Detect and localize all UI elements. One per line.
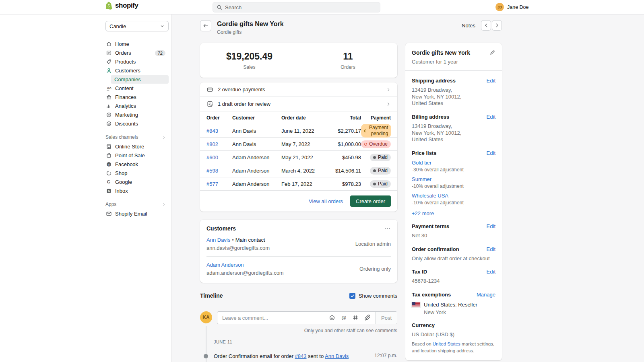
chevron-right-icon xyxy=(386,87,391,92)
table-row[interactable]: #577 Adam Anderson Feb 17, 2022 $978.23 … xyxy=(200,177,397,190)
nav-item-label: Analytics xyxy=(115,103,136,109)
apps-label: Apps xyxy=(105,202,116,207)
sidebar-nav-item[interactable]: Customers xyxy=(105,66,169,75)
order-number-link[interactable]: #600 xyxy=(206,154,218,160)
order-link[interactable]: #843 xyxy=(295,353,307,359)
edit-price-lists-link[interactable]: Edit xyxy=(487,150,495,156)
attachment-icon[interactable] xyxy=(364,315,370,321)
timeline-dot-icon xyxy=(204,354,208,358)
user-menu[interactable]: JD Jane Doe xyxy=(495,3,529,11)
payment-status-badge: Paid xyxy=(370,154,391,161)
emoji-icon[interactable] xyxy=(329,315,335,321)
back-arrow-icon xyxy=(203,23,208,29)
view-all-orders-link[interactable]: View all orders xyxy=(309,198,343,204)
price-list-link[interactable]: Wholesale USA xyxy=(412,193,448,199)
sales-channel-item[interactable]: Point of Sale xyxy=(105,151,169,160)
overflow-menu-icon[interactable] xyxy=(384,225,391,232)
sales-label: Sales xyxy=(243,64,255,70)
sidebar-nav-item[interactable]: Products xyxy=(105,58,169,66)
sidebar-nav-item[interactable]: Marketing xyxy=(105,111,169,119)
orders-card: 2 overdue payments 1 draft order for rev… xyxy=(200,82,397,212)
sidebar-nav-item[interactable]: Ao Content xyxy=(105,84,169,93)
price-list-link[interactable]: Gold tier xyxy=(412,160,431,166)
customer-name-link[interactable]: Adam Anderson xyxy=(206,262,244,268)
sidebar-nav-item[interactable]: Analytics xyxy=(105,102,169,110)
sales-channels-header[interactable]: Sales channels xyxy=(105,134,169,140)
timeline-entry-time: 12:07 p.m. xyxy=(374,353,397,358)
customer-name-link[interactable]: Ann Davis xyxy=(206,237,230,243)
shopify-logo[interactable]: shopify xyxy=(105,1,138,10)
order-date: May 7, 2022 xyxy=(281,141,329,147)
order-number-link[interactable]: #598 xyxy=(206,168,218,174)
payment-status-badge: Overdue xyxy=(361,140,391,148)
sales-channel-item[interactable]: f Facebook xyxy=(105,160,169,169)
sidebar-nav-item[interactable]: Discounts xyxy=(105,119,169,128)
sidebar-nav-item[interactable]: Companies xyxy=(111,75,169,84)
customer-link[interactable]: Ann Davis xyxy=(325,353,349,359)
company-details-panel: Gordie gifts New York Customer for 1 yea… xyxy=(405,43,502,360)
checkbox-checked-icon[interactable] xyxy=(349,293,355,299)
table-row[interactable]: #802 Ann Davis May 7, 2022 $1,000.00 Ove… xyxy=(200,137,397,150)
apps-header[interactable]: Apps xyxy=(105,202,169,207)
more-price-lists-link[interactable]: +22 more xyxy=(412,210,495,216)
timeline-section: Timeline Show comments KA xyxy=(200,292,397,362)
order-number-link[interactable]: #577 xyxy=(206,181,218,187)
search-input[interactable] xyxy=(225,4,376,10)
price-list-link[interactable]: Summer xyxy=(412,176,431,182)
table-row[interactable]: #600 Adam Anderson May 21, 2022 $450.98 … xyxy=(200,150,397,164)
breadcrumb[interactable]: Gordie gifts xyxy=(217,29,284,35)
alert-text: 2 overdue payments xyxy=(218,86,265,93)
nav-item-label: Content xyxy=(115,85,134,91)
sidebar-nav-item[interactable]: Home xyxy=(105,40,169,48)
mention-icon[interactable]: @ xyxy=(341,315,347,321)
sidebar-nav-item[interactable]: Orders 72 xyxy=(105,49,169,57)
edit-pencil-icon[interactable] xyxy=(489,49,495,56)
primary-nav: Home Orders 72 Products Custom xyxy=(105,40,169,128)
nav-item-label: Inbox xyxy=(115,188,128,194)
sidebar-nav-item[interactable]: Finances xyxy=(105,93,169,101)
svg-text:Ao: Ao xyxy=(107,86,111,90)
alert-row[interactable]: 1 draft order for review xyxy=(200,97,397,111)
sales-channel-item[interactable]: S Inbox xyxy=(105,187,169,195)
customer-row: Ann Davis•Main contact ann.davis@gordieg… xyxy=(206,232,391,256)
order-total: $2,270.17 xyxy=(329,128,361,134)
order-number-link[interactable]: #843 xyxy=(206,128,218,134)
sales-channel-item[interactable]: Shop xyxy=(105,169,169,177)
page-header: Gordie gifts New York Gordie gifts Notes xyxy=(200,20,502,35)
back-button[interactable] xyxy=(200,20,211,31)
edit-payment-terms-link[interactable]: Edit xyxy=(487,223,495,229)
status-dot-icon xyxy=(373,169,376,172)
col-order: Order xyxy=(206,115,232,121)
billing-address: 13419 Broadway, New York, NY 10012, Unit… xyxy=(412,123,495,143)
comment-input[interactable] xyxy=(217,315,329,321)
create-order-button[interactable]: Create order xyxy=(350,195,391,207)
united-states-market-link[interactable]: United States xyxy=(433,341,460,346)
nav-item-label: Orders xyxy=(115,50,131,56)
customers-card: Customers Ann Davis•Main contact xyxy=(200,220,397,283)
show-comments-toggle[interactable]: Show comments xyxy=(349,293,397,299)
manage-tax-exemptions-link[interactable]: Manage xyxy=(477,292,495,298)
alert-row[interactable]: 2 overdue payments xyxy=(200,82,397,97)
table-row[interactable]: #598 Adam Anderson March 4, 2022 $14,506… xyxy=(200,164,397,177)
edit-shipping-link[interactable]: Edit xyxy=(487,78,495,84)
sales-channel-item[interactable]: G Google xyxy=(105,178,169,186)
order-number-link[interactable]: #802 xyxy=(206,141,218,147)
hashtag-icon[interactable] xyxy=(352,315,359,321)
store-selector[interactable]: Candle xyxy=(105,21,169,31)
app-item[interactable]: Shopify Email xyxy=(105,210,169,218)
price-list-item: Gold tier -30% overall adjustment xyxy=(412,160,495,173)
edit-tax-id-link[interactable]: Edit xyxy=(487,269,495,275)
sales-channel-item[interactable]: Online Store xyxy=(105,142,169,151)
table-row[interactable]: #843 Ann Davis June 11, 2022 $2,270.17 P… xyxy=(200,124,397,137)
edit-billing-link[interactable]: Edit xyxy=(487,114,495,120)
nav-item-label: Google xyxy=(115,179,132,185)
next-button[interactable] xyxy=(492,20,502,31)
price-list-item: Wholesale USA -10% overall adjustment xyxy=(412,193,495,206)
previous-button[interactable] xyxy=(481,20,491,31)
edit-order-confirmation-link[interactable]: Edit xyxy=(487,246,495,252)
post-button[interactable]: Post xyxy=(376,312,397,324)
global-search[interactable] xyxy=(213,2,380,12)
inbox-icon: S xyxy=(106,188,112,194)
orders-label: Orders xyxy=(341,64,355,70)
notes-button[interactable]: Notes xyxy=(462,23,475,29)
